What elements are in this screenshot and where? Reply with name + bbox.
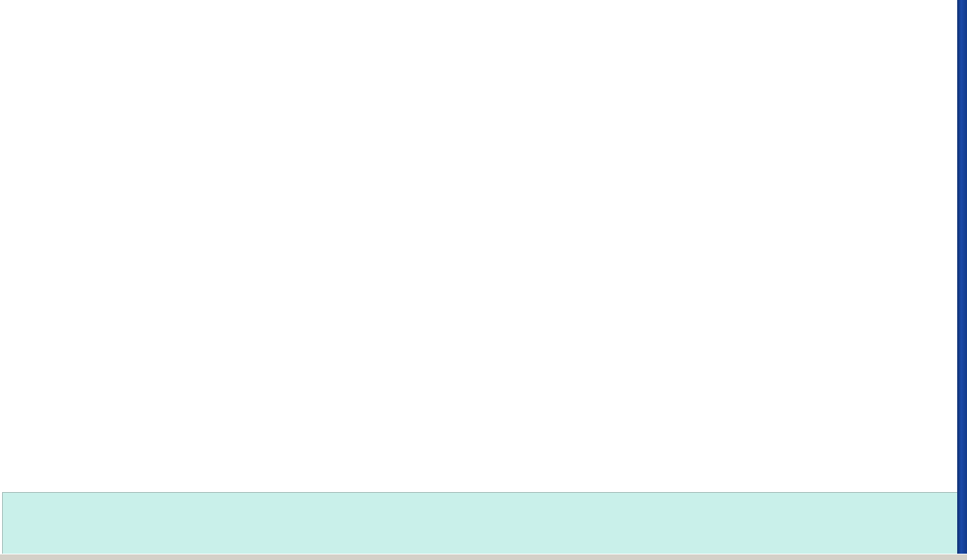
window-border: [957, 0, 967, 554]
sensor-table: [2, 492, 962, 554]
weather-app-window: [0, 0, 967, 560]
weather-chart: [0, 0, 967, 492]
status-bar: [0, 554, 967, 560]
